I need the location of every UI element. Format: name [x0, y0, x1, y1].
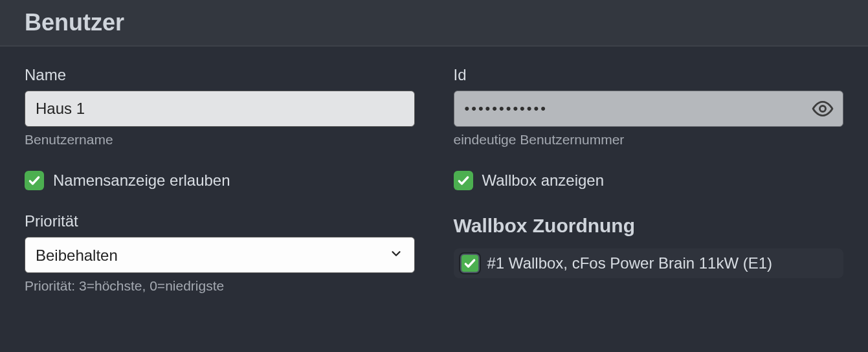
left-column: Name Benutzername Namensanzeige erlauben… [25, 66, 415, 294]
show-wallbox-row: Wallbox anzeigen [454, 171, 844, 190]
id-input-wrap [454, 91, 844, 127]
check-icon [457, 174, 470, 187]
wallbox-assignment-checkbox[interactable] [460, 254, 480, 273]
show-wallbox-checkbox[interactable] [454, 171, 473, 190]
id-help: eindeutige Benutzernummer [454, 132, 844, 148]
name-input[interactable] [25, 91, 415, 127]
allow-name-display-row: Namensanzeige erlauben [25, 171, 415, 190]
check-icon [28, 174, 41, 187]
name-help: Benutzername [25, 132, 415, 148]
priority-select[interactable]: Beibehalten [25, 237, 415, 273]
id-label: Id [454, 66, 844, 84]
svg-point-0 [819, 105, 825, 111]
right-column: Id eindeutige Benutzernummer Wallbox anz… [454, 66, 844, 294]
name-field-group: Name Benutzername [25, 66, 415, 148]
priority-help: Priorität: 3=höchste, 0=niedrigste [25, 278, 415, 294]
show-wallbox-label: Wallbox anzeigen [482, 171, 605, 190]
name-label: Name [25, 66, 415, 84]
priority-label: Priorität [25, 212, 415, 230]
content-area: Name Benutzername Namensanzeige erlauben… [0, 47, 868, 294]
page-title: Benutzer [25, 9, 843, 36]
toggle-visibility-button[interactable] [810, 96, 836, 122]
priority-select-wrap: Beibehalten [25, 237, 415, 273]
wallbox-assignment-title: Wallbox Zuordnung [454, 215, 844, 237]
wallbox-assignment-label: #1 Wallbox, cFos Power Brain 11kW (E1) [487, 254, 773, 272]
id-field-group: Id eindeutige Benutzernummer [454, 66, 844, 148]
allow-name-display-checkbox[interactable] [25, 171, 44, 190]
wallbox-assignment-item: #1 Wallbox, cFos Power Brain 11kW (E1) [454, 248, 844, 278]
page-header: Benutzer [0, 0, 868, 47]
id-input[interactable] [454, 91, 844, 127]
allow-name-display-label: Namensanzeige erlauben [53, 171, 230, 190]
priority-field-group: Priorität Beibehalten Priorität: 3=höchs… [25, 212, 415, 294]
eye-icon [812, 98, 834, 120]
check-icon [463, 257, 476, 270]
